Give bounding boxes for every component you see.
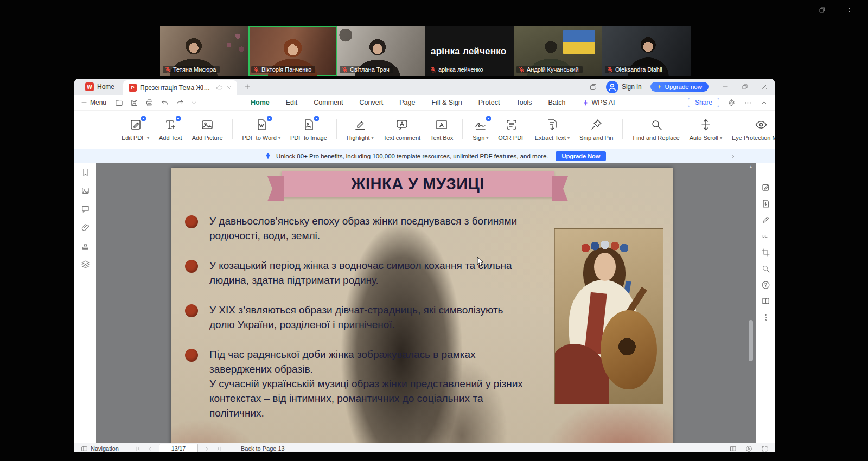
- back-to-page-link[interactable]: Back to Page 13: [241, 445, 285, 452]
- toolbar-button[interactable]: Edit PDF ▾: [117, 111, 154, 149]
- stamps-panel-button[interactable]: [81, 241, 90, 251]
- toolbar-button[interactable]: Add Text ▾: [154, 111, 187, 149]
- pdf-document-icon: P: [129, 84, 137, 92]
- toolbar-button[interactable]: Eye Protection Mode ▾: [727, 111, 775, 149]
- reading-mode-button[interactable]: 3E: [761, 232, 770, 241]
- menu-tab[interactable]: Convert: [360, 99, 384, 106]
- menu-tab[interactable]: Batch: [548, 99, 566, 106]
- export-button[interactable]: [761, 199, 770, 208]
- scroll-up-arrow[interactable]: ▲: [749, 164, 753, 169]
- page-number-input[interactable]: [159, 444, 198, 453]
- attachments-panel-button[interactable]: [81, 223, 90, 232]
- bandura-player-painting: [554, 228, 663, 404]
- wps-logo: W: [85, 82, 94, 91]
- toolbar-button-label: Edit PDF ▾: [122, 135, 149, 141]
- window-minimize-button[interactable]: [722, 83, 729, 91]
- toolbar-button[interactable]: Find and Replace ▾: [628, 111, 684, 149]
- participant-tile[interactable]: Вікторія Панченко: [248, 26, 337, 76]
- collapse-ribbon-icon[interactable]: [760, 99, 768, 107]
- toolbar-button[interactable]: Extract Text ▾: [530, 111, 575, 149]
- slide-bullet: У давньослов’янську епоху образ жінки по…: [185, 214, 531, 243]
- share-button[interactable]: Share: [688, 98, 719, 107]
- play-presentation-icon[interactable]: [745, 445, 752, 452]
- document-tab[interactable]: P Презентація Тема Жінки в ук: [123, 80, 237, 95]
- menu-tab[interactable]: WPS AI: [582, 99, 615, 106]
- menu-tab[interactable]: Comment: [314, 99, 343, 106]
- sign-in-button[interactable]: Sign in: [606, 81, 642, 93]
- fullscreen-icon[interactable]: [761, 445, 768, 452]
- menu-tab[interactable]: Edit: [286, 99, 298, 106]
- toolbar-button[interactable]: Auto Scroll ▾: [685, 111, 727, 149]
- open-file-icon[interactable]: [115, 99, 123, 107]
- toolbar-button[interactable]: Add Picture ▾: [187, 111, 228, 149]
- bookmarks-panel-button[interactable]: [81, 168, 90, 177]
- previous-page-button[interactable]: [147, 446, 153, 452]
- participant-name-label: Тетяна Мисюра: [163, 66, 220, 73]
- first-page-button[interactable]: [135, 446, 141, 452]
- images-panel-button[interactable]: [81, 186, 90, 195]
- menu-tab-label: Batch: [548, 99, 566, 106]
- menu-tab[interactable]: Protect: [478, 99, 500, 106]
- pdf-view-area[interactable]: ЖІНКА У МУЗИЦІ У давньослов’янську епоху…: [96, 163, 756, 443]
- banner-upgrade-button[interactable]: Upgrade Now: [556, 151, 606, 161]
- collapse-button[interactable]: [761, 167, 770, 176]
- menu-button[interactable]: Menu: [81, 99, 106, 106]
- menu-tab[interactable]: Page: [399, 99, 415, 106]
- read-book-button[interactable]: [761, 297, 770, 306]
- participant-name: Oleksandra Diahil: [615, 66, 662, 73]
- os-close-button[interactable]: [844, 6, 852, 14]
- menu-tab[interactable]: Fill & Sign: [431, 99, 462, 106]
- page-layout-icon[interactable]: [730, 445, 737, 452]
- participant-tile[interactable]: Тетяна Мисюра: [160, 26, 248, 76]
- banner-close-icon[interactable]: [731, 153, 737, 159]
- tab-list-icon[interactable]: [589, 83, 597, 91]
- window-close-button[interactable]: [761, 83, 768, 91]
- home-tab[interactable]: W Home: [76, 79, 123, 95]
- next-page-button[interactable]: [204, 446, 210, 452]
- os-minimize-button[interactable]: [793, 6, 801, 14]
- toolbar-button[interactable]: Text Box ▾: [425, 111, 458, 149]
- edit-note-button[interactable]: [761, 183, 770, 192]
- save-icon[interactable]: [130, 99, 138, 107]
- toolbar-button[interactable]: Text comment ▾: [379, 111, 425, 149]
- window-restore-button[interactable]: [741, 83, 749, 91]
- toolbar-button[interactable]: PDF to Word ▾: [238, 111, 285, 149]
- last-page-button[interactable]: [216, 446, 222, 452]
- navigation-toggle[interactable]: Navigation: [81, 445, 119, 452]
- close-tab-icon[interactable]: [226, 85, 232, 91]
- print-icon[interactable]: [145, 99, 154, 107]
- menu-tab[interactable]: Tools: [516, 99, 532, 106]
- annotate-pen-button[interactable]: [761, 215, 770, 225]
- participant-tile[interactable]: Oleksandra Diahil: [602, 26, 691, 76]
- comments-panel-button[interactable]: [81, 204, 90, 214]
- wps-titlebar: W Home P Презентація Тема Жінки в ук Sig…: [74, 79, 775, 95]
- search-button[interactable]: [761, 264, 770, 273]
- vertical-scrollbar-thumb[interactable]: [749, 320, 753, 361]
- toolbar-button[interactable]: Snip and Pin ▾: [575, 111, 618, 149]
- video-call-strip: Тетяна Мисюра Вікторія Панченко Світлана…: [160, 26, 691, 76]
- menu-tab[interactable]: Home: [251, 99, 270, 106]
- participant-tile[interactable]: арінка лейченко арінка лейченко: [425, 26, 514, 76]
- participant-tile[interactable]: Світлана Трач: [337, 26, 425, 76]
- settings-gear-icon[interactable]: [727, 99, 736, 107]
- toolbar-button-icon: [164, 118, 177, 131]
- participant-tile[interactable]: Андрій Кучанський: [514, 26, 602, 76]
- layers-panel-button[interactable]: [81, 260, 90, 269]
- toolbar-button[interactable]: OCR PDF ▾: [493, 111, 530, 149]
- toolbar-button-icon-wrap: [755, 118, 768, 131]
- toolbar-button[interactable]: Highlight ▾: [342, 111, 379, 149]
- upgrade-now-button[interactable]: Upgrade now: [650, 82, 709, 92]
- toolbar-button-icon: [435, 118, 448, 131]
- new-tab-button[interactable]: [244, 83, 251, 91]
- quickbar-dropdown-icon[interactable]: [191, 100, 197, 106]
- crop-button[interactable]: [761, 248, 770, 257]
- redo-icon[interactable]: [176, 99, 184, 107]
- undo-icon[interactable]: [161, 99, 169, 107]
- more-tools-button[interactable]: [761, 313, 770, 322]
- os-restore-button[interactable]: [818, 6, 826, 14]
- wps-menubar: Menu Home Edit Comment: [74, 95, 775, 111]
- more-options-icon[interactable]: [744, 99, 752, 107]
- toolbar-button[interactable]: Sign ▾: [468, 111, 493, 149]
- toolbar-button[interactable]: PDF to Image ▾: [285, 111, 332, 149]
- help-button[interactable]: [761, 280, 770, 290]
